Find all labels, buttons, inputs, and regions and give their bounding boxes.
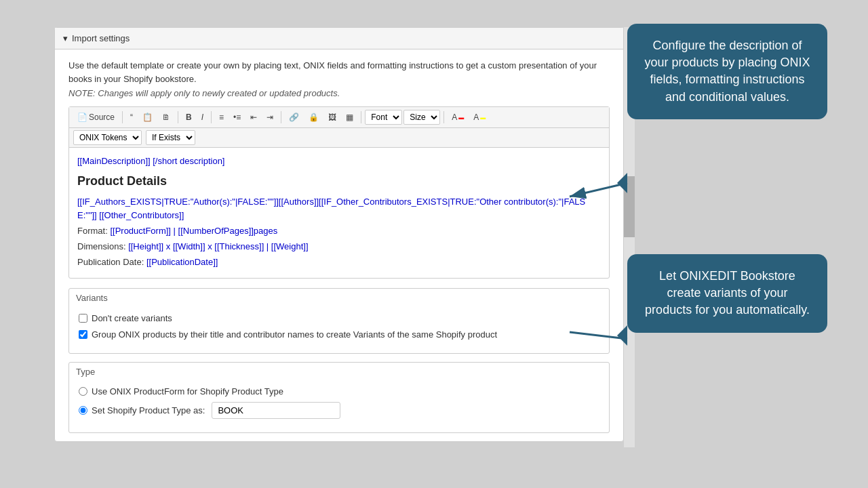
format-line: Format: [[ProductForm]] | [[NumberOfPage… [77,224,601,239]
format-label: Format: [77,226,110,236]
toolbar-row2: ONIX Tokens If Exists [69,128,609,148]
section-title: Import settings [72,33,130,43]
type-option-2-label: Set Shopify Product Type as: [92,405,205,415]
dimensions-fields: [[Height]] x [[Width]] x [[Thickness]] |… [128,241,308,251]
toolbar-btn-quote[interactable]: “ [126,110,137,124]
main-description-line: [[MainDescription]] [/short description] [77,155,601,169]
source-label: Source [89,113,115,122]
italic-button[interactable]: I [197,110,208,124]
onix-tokens-select[interactable]: ONIX Tokens [73,130,142,145]
pub-date-field: [[PublicationDate]] [146,257,218,267]
editor-toolbar: 📄 Source “ 📋 🗎 B I ≡ •≡ ⇤ ⇥ 🔗 🔒 🖼 ▦ [69,107,609,128]
scrollbar-thumb[interactable] [624,176,635,237]
collapse-arrow[interactable]: ▾ [63,33,68,43]
if-exists-select[interactable]: If Exists [146,130,195,145]
toolbar-sep-5 [361,111,361,123]
toolbar-sep-6 [443,111,444,123]
tooltip-bubble-2: Let ONIXEDIT Bookstore create variants o… [627,254,827,333]
toolbar-btn-copy[interactable]: 🗎 [158,110,174,124]
indent-button[interactable]: ⇥ [262,110,277,124]
toolbar-btn-list1[interactable]: 📋 [138,110,157,124]
toolbar-sep-2 [178,111,178,123]
bg-color-button[interactable]: A▬ [469,110,490,124]
intro-text: Use the default template or create your … [68,59,610,85]
unordered-list-button[interactable]: •≡ [229,110,245,124]
variant-option-1-row: Don't create variants [79,312,599,325]
toolbar-sep-4 [281,111,281,123]
ordered-list-button[interactable]: ≡ [215,110,228,124]
source-icon: 📄 [77,113,87,122]
link-button[interactable]: 🔗 [285,110,303,124]
import-settings-panel: ▾ Import settings Use the default templa… [54,27,624,442]
variant-option-2-checkbox[interactable] [79,330,87,339]
product-type-input[interactable] [212,402,340,419]
intro-section: Use the default template or create your … [55,49,623,288]
editor-area: 📄 Source “ 📋 🗎 B I ≡ •≡ ⇤ ⇥ 🔗 🔒 🖼 ▦ [68,106,610,279]
authors-line: [[IF_Authors_EXISTS|TRUE:"Author(s):"|FA… [77,195,601,224]
size-select[interactable]: Size [403,110,440,125]
font-select[interactable]: Font [365,110,402,125]
unlink-button[interactable]: 🔒 [304,110,323,124]
type-body: Use ONIX ProductForm for Shopify Product… [69,381,609,432]
toolbar-sep-1 [122,111,123,123]
toolbar-sep-3 [211,111,212,123]
dimensions-line: Dimensions: [[Height]] x [[Width]] x [[T… [77,240,601,254]
variants-section: Variants Don't create variants Group ONI… [68,288,610,354]
image-button[interactable]: 🖼 [324,110,340,124]
type-section: Type Use ONIX ProductForm for Shopify Pr… [68,362,610,433]
publication-date-line: Publication Date: [[PublicationDate]] [77,256,601,270]
editor-content[interactable]: [[MainDescription]] [/short description]… [69,148,609,278]
section-header[interactable]: ▾ Import settings [55,28,623,49]
tooltip-bubble-1: Configure the description of your produc… [627,24,827,119]
font-color-button[interactable]: A▬ [448,110,468,124]
intro-note: NOTE: Changes will apply only to newly c… [68,88,610,98]
type-option-2-radio[interactable] [79,406,87,415]
type-option-1-radio[interactable] [79,387,87,396]
outdent-button[interactable]: ⇤ [246,110,261,124]
type-option-2-row: Set Shopify Product Type as: [79,402,599,419]
variant-option-1-label: Don't create variants [92,312,172,325]
source-button[interactable]: 📄 Source [73,110,119,124]
type-header: Type [69,363,609,381]
variant-option-2-row: Group ONIX products by their title and c… [79,329,599,341]
dimensions-label: Dimensions: [77,241,128,251]
variant-option-1-checkbox[interactable] [79,314,87,323]
pub-date-label: Publication Date: [77,257,146,267]
format-fields: [[ProductForm]] | [[NumberOfPages]]pages [110,226,277,236]
product-details-heading: Product Details [77,171,601,191]
variants-body: Don't create variants Group ONIX product… [69,307,609,353]
type-option-1-row: Use ONIX ProductForm for Shopify Product… [79,386,599,396]
bubble-2-text: Let ONIXEDIT Bookstore create variants o… [645,269,810,317]
variants-header: Variants [69,289,609,307]
variant-option-2-label: Group ONIX products by their title and c… [92,329,497,341]
bubble-1-text: Configure the description of your produc… [644,39,810,104]
type-option-1-label: Use ONIX ProductForm for Shopify Product… [92,386,283,396]
bold-button[interactable]: B [182,110,196,124]
table-button[interactable]: ▦ [342,110,357,124]
